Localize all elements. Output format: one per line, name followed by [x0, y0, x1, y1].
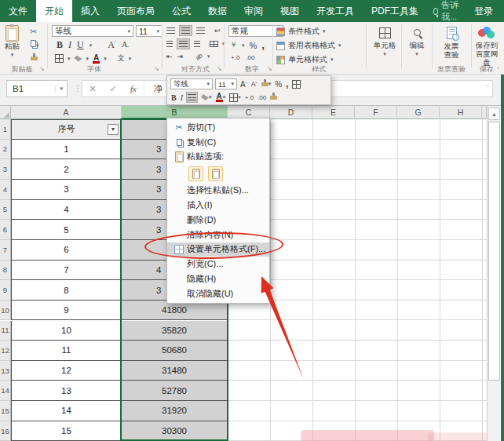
cell-B13[interactable]: 31480	[122, 361, 228, 381]
cell-B15[interactable]: 31920	[122, 401, 228, 421]
accounting-format-button[interactable]: ￥	[230, 40, 237, 50]
row-header-11[interactable]: 11	[0, 321, 11, 341]
cut-button[interactable]: ✂	[30, 27, 37, 37]
select-all-corner[interactable]	[0, 106, 11, 119]
decrease-indent-button[interactable]: ⇤	[166, 53, 173, 60]
paste-keep-formatting-button[interactable]	[188, 166, 203, 181]
style-button-1[interactable]: 套用表格格式▾	[276, 40, 341, 51]
tellme-box[interactable]: 告诉我...	[427, 0, 466, 22]
cell-B11[interactable]: 35820	[122, 321, 228, 341]
underline-dropdown-icon[interactable]: ▾	[89, 42, 93, 49]
cell-A13[interactable]: 12	[11, 361, 122, 381]
mini-percent-button[interactable]: %	[274, 78, 283, 89]
font-color-button[interactable]: A	[93, 54, 100, 64]
mini-format-painter-button[interactable]: ▾	[261, 78, 272, 89]
tab-5[interactable]: 审阅	[236, 0, 272, 22]
column-header-E[interactable]: E	[312, 106, 355, 119]
shrink-font-button[interactable]: Aˇ	[122, 40, 129, 50]
signin-button[interactable]: 登录	[466, 0, 502, 22]
cell-A8[interactable]: 7	[11, 261, 122, 281]
menu-item-0[interactable]: ✂剪切(T)	[167, 120, 269, 135]
mini-fill-color-button[interactable]: ▾	[200, 92, 213, 103]
column-header-A[interactable]: A	[11, 106, 122, 119]
align-middle-button[interactable]	[179, 25, 192, 36]
menu-item-5[interactable]: 插入(I)	[167, 198, 269, 213]
menu-item-10[interactable]: 隐藏(H)	[167, 272, 269, 286]
tab-4[interactable]: 数据	[199, 0, 236, 22]
cell-A4[interactable]: 3	[11, 180, 122, 200]
paste-button[interactable]: 粘贴 ▾	[5, 25, 20, 59]
cell-A9[interactable]: 8	[11, 280, 122, 301]
vertical-scrollbar[interactable]: ▲	[487, 106, 500, 441]
enter-icon[interactable]: ✓	[103, 84, 123, 94]
font-dialog-launcher-icon[interactable]: ↘	[154, 65, 159, 72]
phonetic-guide-button[interactable]: 文	[118, 53, 125, 64]
row-header-3[interactable]: 3	[0, 159, 11, 180]
scrollbar-thumb[interactable]	[488, 122, 500, 381]
orientation-button[interactable]: ab	[194, 52, 204, 62]
font-name-select[interactable]: 等线▾	[52, 25, 133, 37]
mini-bold-button[interactable]: B	[170, 92, 177, 103]
row-header-16[interactable]: 16	[0, 421, 11, 441]
mini-increase-decimal-button[interactable]: +.0	[244, 92, 254, 103]
mini-font-name-select[interactable]: 等线▾	[170, 78, 213, 89]
cell-A1[interactable]: 序号▼	[11, 119, 122, 140]
copy-button[interactable]: ▾	[31, 40, 39, 49]
row-header-2[interactable]: 2	[0, 140, 11, 160]
mini-borders-table-button[interactable]	[291, 78, 301, 89]
align-bottom-button[interactable]	[196, 27, 205, 34]
align-left-button[interactable]	[166, 41, 173, 47]
mini-borders-button[interactable]: ▾	[228, 92, 242, 103]
tab-0[interactable]: 开始	[36, 0, 72, 22]
collapse-ribbon-icon[interactable]: ˆ	[497, 66, 499, 73]
column-header-H[interactable]: H	[440, 106, 482, 119]
expand-formula-bar-icon[interactable]: ˇ	[487, 84, 489, 91]
row-header-6[interactable]: 6	[0, 220, 11, 240]
cell-A10[interactable]: 9	[11, 301, 122, 321]
cell-A6[interactable]: 5	[11, 220, 122, 240]
cell-A16[interactable]: 15	[11, 421, 122, 441]
tab-2[interactable]: 页面布局	[108, 0, 163, 22]
align-top-button[interactable]	[166, 27, 175, 34]
comma-style-button[interactable]: ,	[261, 39, 265, 51]
decrease-decimal-button[interactable]: .00	[246, 54, 254, 61]
tab-1[interactable]: 插入	[72, 0, 108, 22]
grow-font-button[interactable]: Aˆ	[108, 39, 116, 51]
number-dialog-launcher-icon[interactable]: ↘	[267, 65, 272, 72]
row-header-1[interactable]: 1	[0, 119, 11, 140]
menu-item-9[interactable]: 列宽(C)...	[167, 257, 269, 272]
number-format-select[interactable]: 常规▾	[228, 25, 283, 37]
column-header-F[interactable]: F	[355, 106, 397, 119]
tab-3[interactable]: 公式	[163, 0, 199, 22]
editing-button[interactable]: 编辑 ▾	[404, 25, 429, 58]
invoice-check-button[interactable]: 发票 查验	[435, 25, 468, 59]
cell-A14[interactable]: 13	[11, 381, 122, 401]
row-header-8[interactable]: 8	[0, 261, 11, 281]
tab-7[interactable]: 开发工具	[308, 0, 363, 22]
name-box-dropdown-icon[interactable]: ▾	[55, 86, 67, 92]
align-right-button[interactable]	[194, 41, 200, 47]
percent-style-button[interactable]: %	[250, 41, 257, 50]
mini-italic-button[interactable]: I	[180, 92, 184, 103]
mini-brush-button[interactable]	[269, 92, 278, 103]
wrap-text-button[interactable]: ↩	[214, 27, 221, 35]
alignment-dialog-launcher-icon[interactable]: ↘	[217, 65, 222, 72]
borders-button[interactable]	[55, 54, 64, 63]
tab-8[interactable]: PDF工具集	[363, 0, 427, 22]
mini-font-color-button[interactable]: A▾	[215, 92, 227, 103]
filter-dropdown-icon[interactable]: ▼	[108, 124, 119, 135]
cell-A3[interactable]: 2	[11, 159, 122, 180]
align-center-button[interactable]	[177, 38, 190, 49]
row-header-5[interactable]: 5	[0, 200, 11, 220]
cancel-icon[interactable]: ✕	[82, 84, 103, 94]
underline-button[interactable]: U	[77, 39, 84, 51]
row-header-7[interactable]: 7	[0, 240, 11, 261]
mini-decrease-decimal-button[interactable]: .00	[257, 92, 267, 103]
row-header-15[interactable]: 15	[0, 401, 11, 421]
insert-function-icon[interactable]: fx	[123, 84, 144, 93]
scroll-up-icon[interactable]: ▲	[488, 108, 500, 120]
cell-A2[interactable]: 1	[11, 140, 122, 160]
tab-6[interactable]: 视图	[272, 0, 308, 22]
menu-item-7[interactable]: 清除内容(N)	[167, 228, 269, 242]
formula-bar-splitter[interactable]: ⋮	[74, 84, 81, 93]
